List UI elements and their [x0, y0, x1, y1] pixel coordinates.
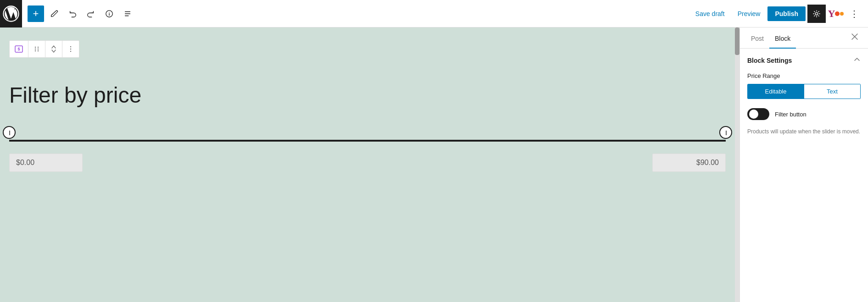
filter-block: Filter by price || || — [9, 82, 726, 172]
add-block-button[interactable]: + — [28, 5, 44, 22]
list-view-icon — [123, 10, 132, 18]
undo-button[interactable] — [64, 5, 81, 22]
save-draft-button[interactable]: Save draft — [690, 7, 730, 20]
block-options-icon — [67, 45, 74, 53]
yoast-icon: Y — [828, 9, 844, 19]
max-price-input[interactable] — [652, 154, 726, 172]
main-toolbar: + Save draft Preview Publish Y ⋮ — [0, 0, 868, 27]
main-area: $ — [0, 27, 868, 302]
settings-button[interactable] — [807, 5, 826, 23]
svg-point-17 — [70, 49, 71, 49]
svg-text:$: $ — [17, 47, 20, 51]
block-settings-toggle[interactable] — [853, 56, 861, 65]
block-settings-title: Block Settings — [747, 57, 792, 64]
sidebar-close-button[interactable] — [847, 29, 862, 47]
slider-handle-min-icon: || — [9, 130, 9, 135]
editable-button[interactable]: Editable — [748, 84, 804, 99]
redo-icon — [87, 10, 95, 18]
block-settings-header: Block Settings — [747, 56, 861, 65]
editor-canvas: $ — [0, 27, 739, 302]
price-filter-icon: $ — [14, 44, 23, 54]
info-button[interactable] — [101, 5, 118, 22]
list-view-button[interactable] — [119, 5, 136, 22]
edit-icon-button[interactable] — [46, 5, 62, 22]
price-slider[interactable]: || || — [9, 126, 726, 143]
sidebar-tabs: Post Block — [740, 27, 868, 49]
drag-icon — [33, 45, 40, 53]
publish-button[interactable]: Publish — [767, 6, 806, 21]
tab-post[interactable]: Post — [745, 27, 769, 49]
preview-button[interactable]: Preview — [732, 7, 766, 20]
slider-handle-min[interactable]: || — [3, 126, 16, 139]
block-type-icon[interactable]: $ — [10, 41, 28, 57]
sidebar-content: Block Settings Price Range Editable Text… — [740, 49, 868, 302]
price-range-buttons: Editable Text — [747, 84, 861, 99]
gear-icon — [812, 10, 821, 18]
arrows-updown-icon — [50, 44, 57, 54]
min-price-input[interactable] — [9, 154, 83, 172]
slider-track — [9, 140, 726, 142]
tab-block[interactable]: Block — [769, 27, 796, 49]
svg-point-16 — [70, 46, 71, 47]
block-more-options[interactable] — [62, 41, 79, 57]
canvas-scrollbar[interactable] — [735, 27, 739, 302]
drag-handle[interactable] — [28, 41, 45, 57]
chevron-up-icon — [853, 56, 861, 63]
svg-point-11 — [35, 49, 36, 49]
filter-title: Filter by price — [9, 82, 726, 108]
close-icon — [851, 33, 859, 41]
sidebar: Post Block Block Settings Price Range — [739, 27, 868, 302]
svg-point-12 — [35, 50, 36, 51]
yoast-button[interactable]: Y — [828, 5, 844, 22]
slider-handle-max-icon: || — [725, 130, 726, 135]
text-button[interactable]: Text — [804, 84, 860, 99]
svg-point-7 — [815, 12, 818, 15]
svg-point-15 — [38, 50, 39, 51]
svg-point-14 — [38, 49, 39, 49]
undo-icon — [68, 10, 77, 18]
pencil-icon — [50, 10, 58, 18]
filter-button-label: Filter button — [775, 111, 806, 118]
svg-point-18 — [70, 51, 71, 52]
wp-logo — [0, 0, 22, 27]
toggle-knob — [749, 110, 758, 119]
canvas-scroll-thumb — [735, 27, 739, 55]
help-text: Products will update when the slider is … — [747, 127, 861, 136]
block-toolbar: $ — [9, 40, 79, 58]
svg-point-13 — [38, 47, 39, 48]
filter-button-toggle[interactable] — [747, 108, 769, 120]
price-inputs — [9, 154, 726, 172]
svg-point-10 — [35, 47, 36, 48]
filter-button-row: Filter button — [747, 108, 861, 120]
svg-point-3 — [109, 12, 109, 12]
slider-handle-max[interactable]: || — [719, 126, 732, 139]
move-up-down[interactable] — [45, 41, 62, 57]
price-range-label: Price Range — [747, 72, 861, 79]
more-options-button[interactable]: ⋮ — [846, 5, 862, 22]
info-icon — [105, 10, 113, 18]
redo-button[interactable] — [83, 5, 99, 22]
